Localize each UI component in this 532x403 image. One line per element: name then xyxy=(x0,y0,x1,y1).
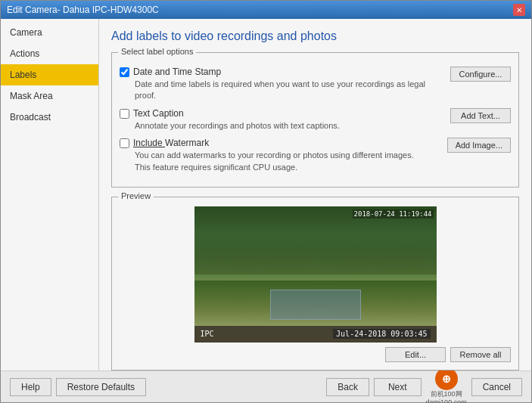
option-label-watermark: Include Watermark xyxy=(120,138,441,148)
option-desc-textcaption: Annotate your recordings and photos with… xyxy=(135,120,444,132)
back-button[interactable]: Back xyxy=(326,378,369,396)
option-btn-col-watermark: Add Image... xyxy=(447,138,511,153)
next-button[interactable]: Next xyxy=(374,378,422,396)
watermark-plus-icon: ⊕ xyxy=(442,373,451,385)
checkbox-textcaption[interactable] xyxy=(120,109,129,119)
preview-canvas: 2018-07-24 11:19:44 IPC Jul-24-2018 09:0… xyxy=(194,206,437,343)
preview-group: Preview 2018-07-24 11:19:44 IPC Jul-24-2… xyxy=(111,197,519,370)
option-row-watermark: Include Watermark You can add watermarks… xyxy=(120,138,511,173)
watermark-badge-wrap: ⊕ 前机100网 damj100.com xyxy=(426,367,467,403)
main-panel: Add labels to video recordings and photo… xyxy=(99,19,531,370)
checkbox-watermark[interactable] xyxy=(120,138,129,148)
preview-image-container: 2018-07-24 11:19:44 IPC Jul-24-2018 09:0… xyxy=(120,206,511,343)
cancel-button[interactable]: Cancel xyxy=(471,378,522,396)
cam-ipc-label: IPC xyxy=(201,330,214,338)
title-bar: Edit Camera- Dahua IPC-HDW4300C ✕ xyxy=(1,1,531,19)
page-title: Add labels to video recordings and photo… xyxy=(111,29,519,43)
option-desc-watermark: You can add watermarks to your recording… xyxy=(135,150,441,173)
cam-timestamp-top: 2018-07-24 11:19:44 xyxy=(353,209,434,219)
sidebar-item-labels[interactable]: Labels xyxy=(1,64,98,85)
edit-button[interactable]: Edit... xyxy=(385,347,446,362)
close-button[interactable]: ✕ xyxy=(513,4,525,16)
watermark-badge-icon: ⊕ xyxy=(435,367,458,390)
watermark-url-text: damj100.com xyxy=(426,398,467,404)
sidebar-item-broadcast[interactable]: Broadcast xyxy=(1,107,98,128)
bottom-bar: Help Restore Defaults Back Next ⊕ 前机100网… xyxy=(1,370,531,402)
option-btn-col-textcaption: Add Text... xyxy=(450,108,511,123)
watermark-underline: Include xyxy=(133,138,165,148)
camera-background: 2018-07-24 11:19:44 IPC Jul-24-2018 09:0… xyxy=(194,206,437,343)
option-left-textcaption: Text Caption Annotate your recordings an… xyxy=(120,108,444,132)
option-row-textcaption: Text Caption Annotate your recordings an… xyxy=(120,108,511,132)
bottom-right: Back Next ⊕ 前机100网 damj100.com Cancel xyxy=(326,367,522,403)
label-options-legend: Select label options xyxy=(118,47,196,56)
sidebar-item-camera[interactable]: Camera xyxy=(1,22,98,43)
option-row-datetime: Date and Time Stamp Date and time labels… xyxy=(120,67,511,102)
cam-bottom-bar: IPC Jul-24-2018 09:03:45 xyxy=(194,326,437,343)
option-label-textcaption: Text Caption xyxy=(120,108,444,119)
option-label-datetime: Date and Time Stamp xyxy=(120,67,444,77)
option-btn-col-datetime: Configure... xyxy=(450,67,511,82)
main-window: Edit Camera- Dahua IPC-HDW4300C ✕ Camera… xyxy=(0,0,532,403)
restore-defaults-button[interactable]: Restore Defaults xyxy=(56,378,146,396)
window-title: Edit Camera- Dahua IPC-HDW4300C xyxy=(7,5,159,15)
sidebar: Camera Actions Labels Mask Area Broadcas… xyxy=(1,19,99,370)
watermark-label-rest: Watermark xyxy=(165,138,209,148)
option-left-datetime: Date and Time Stamp Date and time labels… xyxy=(120,67,444,102)
sidebar-item-actions[interactable]: Actions xyxy=(1,43,98,64)
help-button[interactable]: Help xyxy=(10,378,51,396)
preview-legend: Preview xyxy=(118,191,154,200)
cam-date-label: Jul-24-2018 09:03:45 xyxy=(333,329,430,339)
sidebar-item-mask-area[interactable]: Mask Area xyxy=(1,85,98,107)
watermark-site-text: 前机100网 xyxy=(431,390,462,398)
option-left-watermark: Include Watermark You can add watermarks… xyxy=(120,138,441,173)
content-area: Camera Actions Labels Mask Area Broadcas… xyxy=(1,19,531,370)
cam-table xyxy=(270,290,361,320)
add-image-button[interactable]: Add Image... xyxy=(447,138,511,153)
configure-button[interactable]: Configure... xyxy=(450,67,511,82)
add-text-button[interactable]: Add Text... xyxy=(450,108,511,123)
label-options-group: Select label options Date and Time Stamp… xyxy=(111,52,519,188)
option-desc-datetime: Date and time labels is required when yo… xyxy=(135,79,444,102)
remove-all-button[interactable]: Remove all xyxy=(450,347,511,362)
checkbox-datetime[interactable] xyxy=(120,67,129,77)
bottom-left: Help Restore Defaults xyxy=(10,378,146,396)
preview-buttons: Edit... Remove all xyxy=(120,347,511,362)
